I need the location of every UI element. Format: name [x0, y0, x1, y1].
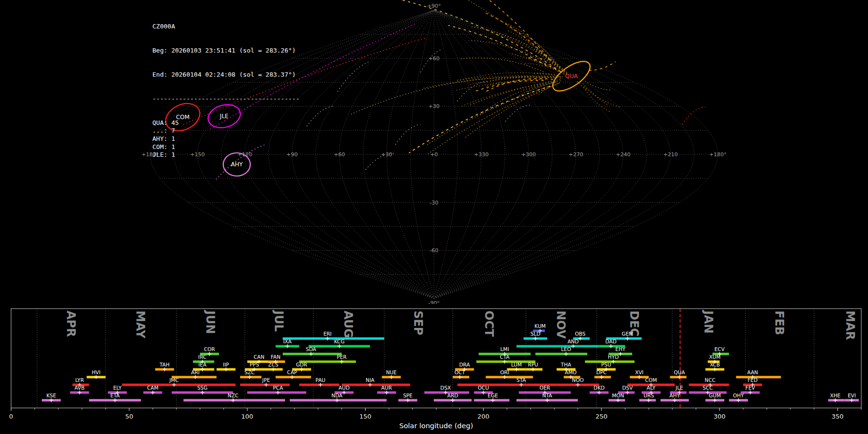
shower-code-label: DKD: [594, 385, 605, 391]
month-label-oct: OCT: [482, 311, 496, 337]
x-tick-label: 100: [241, 413, 253, 420]
peak-marker: [678, 375, 681, 379]
x-tick-label: 350: [832, 413, 844, 420]
shower-bar-IIP: IIP: [217, 362, 235, 371]
peak-marker: [172, 383, 176, 387]
peak-marker: [503, 360, 507, 364]
shower-code-label: LMI: [500, 346, 509, 352]
shower-bar-AVB: AVB: [70, 385, 89, 394]
shower-bar-MON: MON: [609, 393, 625, 402]
month-label-mar: MAR: [843, 311, 857, 340]
shower-code-label: XHE: [830, 393, 841, 398]
shower-code-label: KUM: [534, 323, 545, 329]
peak-marker: [625, 337, 629, 340]
shower-count-line: JLE: 1: [152, 151, 299, 159]
shower-count-line: AHY: 1: [152, 135, 299, 143]
x-axis-title: Solar longitude (deg): [399, 422, 473, 430]
shower-bar-AHY: AHY: [661, 393, 689, 402]
peak-marker: [597, 391, 601, 394]
shower-code-label: AAN: [747, 369, 758, 375]
end-time: End: 20260104 02:24:08 (sol = 283.37°): [152, 71, 299, 79]
shower-code-label: EGE: [488, 393, 498, 398]
svg-text:+60: +60: [334, 151, 345, 158]
shower-code-label: LYR: [75, 377, 84, 383]
shower-bar-AAN: AAN: [736, 369, 781, 379]
shower-code-label: OER: [540, 385, 550, 391]
shower-code-label: OBS: [575, 331, 585, 337]
shower-code-label: XVI: [635, 369, 643, 375]
shower-code-label: KCG: [334, 339, 345, 344]
peak-marker: [207, 352, 211, 356]
shower-bar-SCC: SCC: [689, 385, 727, 394]
shower-code-label: JPE: [262, 377, 270, 383]
svg-text:-90°: -90°: [428, 300, 439, 304]
peak-marker: [578, 337, 582, 340]
month-label-aug: AUG: [341, 311, 355, 338]
shower-code-label: EHY: [615, 346, 626, 352]
shower-counts: QUA: 45...: 7AHY: 1COM: 1JLE: 1: [152, 119, 299, 159]
peak-marker: [340, 360, 344, 364]
shower-bar-IXA: IXA: [276, 339, 299, 348]
x-tick-label: 200: [477, 413, 489, 420]
peak-marker: [503, 375, 507, 379]
shower-bar-KCG: KCG: [309, 339, 370, 348]
month-label-sep: SEP: [411, 311, 425, 335]
shower-bar-SPE: SPE: [398, 393, 417, 402]
svg-text:+240: +240: [616, 151, 630, 158]
shower-code-label: OCT: [454, 369, 465, 375]
peak-marker: [619, 352, 623, 356]
peak-marker: [201, 367, 204, 371]
shower-code-label: NUE: [386, 369, 396, 375]
shower-code-label: NIA: [366, 377, 375, 383]
month-label-jan: JAN: [702, 310, 715, 334]
month-labels: APRMAYJUNJULAUGSEPOCTNOVDECJANFEBMAR: [64, 310, 857, 340]
peak-marker: [201, 391, 204, 394]
shower-code-label: PSU: [601, 362, 611, 367]
shower-code-label: MON: [612, 393, 624, 398]
shower-bar-JMC: JMC: [122, 377, 235, 387]
shower-bar-PAU: PAU: [299, 377, 339, 387]
shower-code-label: FAN: [271, 354, 280, 360]
shower-code-label: AND: [568, 339, 579, 344]
shower-bar-CAM: CAM: [143, 385, 162, 394]
svg-text:+210: +210: [663, 151, 678, 158]
peak-marker: [319, 383, 323, 387]
peak-marker: [571, 344, 575, 348]
shower-code-label: JMC: [169, 377, 179, 383]
shower-bar-DSX: DSX: [424, 385, 469, 394]
peak-marker: [616, 398, 620, 402]
radiant-qua: QUA: [548, 56, 595, 96]
shower-bar-NIA: NIA: [342, 377, 410, 387]
shower-bar-NUE: NUE: [382, 369, 401, 379]
peak-marker: [545, 398, 549, 402]
shower-code-label: PER: [337, 354, 346, 360]
svg-text:+300: +300: [521, 151, 536, 158]
shower-count-line: QUA: 45: [152, 119, 299, 127]
peak-marker: [515, 367, 518, 371]
x-tick-label: 250: [596, 413, 608, 420]
peak-marker: [248, 375, 252, 379]
shower-code-label: COM: [645, 377, 657, 383]
peak-marker: [609, 344, 613, 348]
peak-marker: [599, 375, 603, 379]
shower-code-label: GDR: [296, 362, 308, 367]
svg-text:+270: +270: [569, 151, 583, 158]
shower-code-label: NZC: [228, 393, 238, 398]
peak-marker: [576, 383, 580, 387]
shower-code-label: QUA: [674, 369, 685, 375]
shower-bar-CTA: CTA: [476, 354, 535, 364]
x-axis: 050100150200250300350Solar longitude (de…: [9, 408, 861, 430]
shower-code-label: SDA: [306, 346, 317, 352]
shower-code-label: NCC: [705, 377, 716, 383]
month-label-nov: NOV: [554, 311, 568, 339]
shower-code-label: CAM: [147, 385, 159, 391]
shower-code-label: SSG: [197, 385, 207, 391]
svg-text:-60: -60: [430, 247, 438, 254]
shower-bar-PCA: PCA: [247, 385, 306, 394]
shower-bar-LUM: LUM: [507, 362, 526, 371]
svg-text:+0: +0: [430, 151, 438, 158]
shower-code-label: ECV: [715, 346, 725, 352]
month-label-jun: JUN: [203, 310, 217, 334]
shower-bar-SDA: SDA: [283, 346, 341, 356]
peak-marker: [406, 398, 410, 402]
